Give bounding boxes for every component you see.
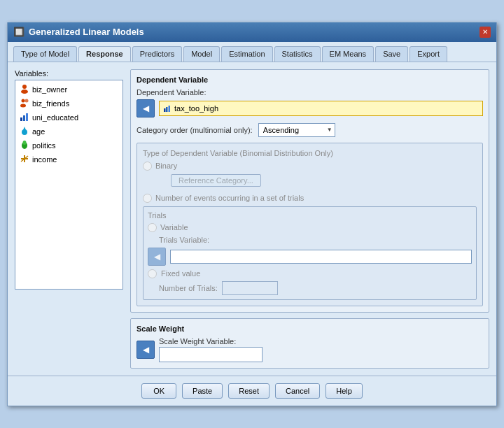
- num-events-radio-row: Number of events occurring in a set of t…: [143, 194, 477, 203]
- svg-point-0: [22, 85, 27, 89]
- variables-label: Variables:: [15, 69, 123, 78]
- list-item-biz-owner[interactable]: biz_owner: [18, 83, 120, 97]
- svg-rect-16: [164, 108, 166, 112]
- icon-politics: [20, 140, 29, 151]
- svg-point-2: [22, 99, 25, 102]
- scale-weight-row: ◀ Scale Weight Variable:: [136, 337, 483, 362]
- svg-point-4: [25, 99, 29, 102]
- close-button[interactable]: ✕: [479, 27, 491, 38]
- tab-em-means[interactable]: EM Means: [322, 46, 374, 62]
- scale-weight-title: Scale Weight: [136, 324, 483, 333]
- dependent-variable-group: Dependent Variable Dependent Variable: ◀: [130, 69, 489, 313]
- scale-weight-field[interactable]: [159, 347, 262, 362]
- svg-rect-18: [169, 106, 171, 112]
- fixed-value-label: Fixed value: [161, 269, 200, 278]
- icon-uni-educated: [20, 112, 29, 123]
- num-trials-label: Number of Trials:: [159, 284, 218, 292]
- icon-age: [20, 126, 29, 137]
- trials-variable-radio[interactable]: [148, 223, 157, 232]
- bottom-buttons: OK Paste Reset Cancel Help: [8, 376, 496, 406]
- svg-rect-7: [26, 113, 28, 121]
- dep-var-value: tax_too_high: [174, 104, 218, 113]
- binary-radio[interactable]: [143, 162, 152, 171]
- tab-save[interactable]: Save: [375, 46, 408, 62]
- trials-box: Trials Variable Trials Variable: ◀: [143, 206, 477, 300]
- trials-title: Trials: [148, 211, 472, 220]
- variable-radio-row: Variable: [148, 223, 472, 232]
- dependent-variable-title: Dependent Variable: [136, 76, 483, 84]
- scale-weight-field-label: Scale Weight Variable:: [159, 337, 483, 345]
- num-events-label: Number of events occurring in a set of t…: [155, 194, 304, 202]
- binary-label: Binary: [155, 162, 177, 170]
- num-trials-field[interactable]: [222, 281, 278, 295]
- list-item-biz-friends[interactable]: biz_friends: [18, 97, 120, 110]
- dep-var-arrow-button[interactable]: ◀: [136, 99, 155, 117]
- trials-var-label: Trials Variable:: [159, 236, 209, 244]
- binary-radio-row: Binary: [143, 162, 477, 171]
- fixed-value-row: Fixed value: [148, 269, 472, 278]
- icon-biz-friends: [20, 98, 29, 109]
- tabs-row: Type of Model Response Predictors Model …: [8, 42, 496, 62]
- help-button[interactable]: Help: [326, 383, 363, 399]
- reset-button[interactable]: Reset: [228, 383, 270, 399]
- dep-var-field: tax_too_high: [159, 101, 483, 116]
- trials-arrow-button[interactable]: ◀: [148, 248, 166, 266]
- dep-var-field-label: Dependent Variable:: [136, 88, 483, 97]
- trials-variable-field[interactable]: [170, 250, 472, 264]
- app-icon: 🔲: [13, 27, 24, 37]
- type-group-title: Type of Dependent Variable (Binomial Dis…: [143, 149, 477, 157]
- svg-point-8: [22, 129, 27, 135]
- cancel-button[interactable]: Cancel: [275, 383, 320, 399]
- svg-point-3: [20, 104, 26, 107]
- svg-rect-5: [20, 117, 22, 121]
- list-item-age[interactable]: age: [18, 124, 120, 138]
- scale-weight-arrow-button[interactable]: ◀: [136, 341, 155, 359]
- category-order-select[interactable]: Ascending Descending: [258, 123, 335, 137]
- category-order-select-wrapper: Ascending Descending: [258, 123, 335, 137]
- reference-category-button[interactable]: Reference Category...: [171, 174, 261, 187]
- svg-point-1: [21, 90, 28, 94]
- tab-statistics[interactable]: Statistics: [274, 46, 321, 62]
- svg-marker-9: [23, 127, 26, 130]
- tab-type-of-model[interactable]: Type of Model: [13, 46, 77, 62]
- list-item-uni-educated[interactable]: uni_educated: [18, 110, 120, 124]
- paste-button[interactable]: Paste: [182, 383, 223, 399]
- dialog-title: Generalized Linear Models: [29, 27, 144, 37]
- list-item-income[interactable]: income: [18, 152, 120, 166]
- ok-button[interactable]: OK: [141, 383, 176, 399]
- tab-estimation[interactable]: Estimation: [221, 46, 272, 62]
- list-item-politics[interactable]: politics: [18, 138, 120, 152]
- tab-predictors[interactable]: Predictors: [132, 46, 183, 62]
- dep-var-row: Dependent Variable: ◀ tax_too_high: [136, 88, 483, 117]
- variables-list: biz_owner biz_friends: [15, 80, 123, 290]
- icon-biz-owner: [20, 84, 29, 95]
- category-order-row: Category order (multinomial only): Ascen…: [136, 123, 483, 137]
- svg-rect-6: [23, 115, 25, 121]
- category-order-label: Category order (multinomial only):: [136, 126, 253, 134]
- tab-export[interactable]: Export: [410, 46, 447, 62]
- svg-rect-17: [166, 107, 168, 112]
- variable-label: Variable: [160, 223, 188, 231]
- fixed-value-radio[interactable]: [148, 269, 157, 278]
- num-events-radio[interactable]: [143, 194, 152, 203]
- scale-weight-group: Scale Weight ◀ Scale Weight Variable:: [130, 318, 489, 369]
- tab-model[interactable]: Model: [183, 46, 220, 62]
- tab-response[interactable]: Response: [78, 46, 131, 62]
- dep-var-icon: [163, 104, 172, 113]
- icon-income: [20, 154, 29, 165]
- trials-var-row: Trials Variable:: [148, 236, 472, 244]
- type-group: Type of Dependent Variable (Binomial Dis…: [136, 143, 483, 306]
